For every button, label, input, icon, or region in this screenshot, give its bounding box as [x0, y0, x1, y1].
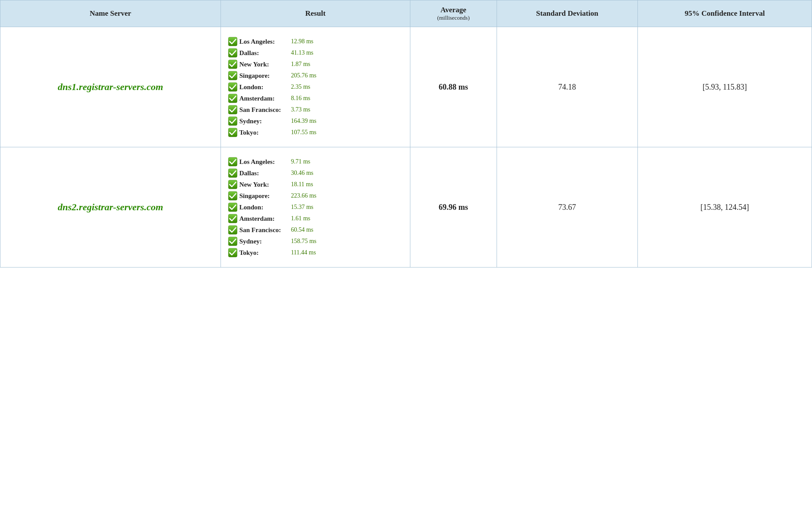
location-ms: 1.87 ms	[291, 61, 310, 68]
ci-cell: [5.93, 115.83]	[638, 27, 812, 147]
checkmark-icon	[228, 248, 238, 257]
checkmark-icon	[228, 48, 238, 58]
location-row: San Francisco:3.73 ms	[228, 105, 403, 115]
location-ms: 164.39 ms	[291, 118, 316, 125]
location-name: Amsterdam:	[239, 215, 287, 223]
location-ms: 3.73 ms	[291, 106, 310, 113]
location-ms: 60.54 ms	[291, 226, 313, 233]
average-cell: 69.96 ms	[410, 147, 497, 268]
location-row: London:2.35 ms	[228, 82, 403, 92]
table-row: dns1.registrar-servers.com Los Angeles:1…	[0, 27, 812, 147]
location-ms: 41.13 ms	[291, 49, 313, 56]
location-name: Sydney:	[239, 238, 287, 245]
checkmark-icon	[228, 236, 238, 246]
location-row: New York:1.87 ms	[228, 59, 403, 69]
checkmark-icon	[228, 191, 238, 201]
location-row: Los Angeles:12.98 ms	[228, 37, 403, 46]
location-ms: 12.98 ms	[291, 38, 313, 45]
location-ms: 18.11 ms	[291, 181, 313, 188]
checkmark-icon	[228, 225, 238, 235]
average-cell: 60.88 ms	[410, 27, 497, 147]
location-row: San Francisco:60.54 ms	[228, 225, 403, 235]
checkmark-icon	[228, 214, 238, 223]
ci-cell: [15.38, 124.54]	[638, 147, 812, 268]
checkmark-icon	[228, 180, 238, 189]
location-name: Singapore:	[239, 72, 287, 80]
location-ms: 205.76 ms	[291, 72, 316, 79]
location-name: Tokyo:	[239, 129, 287, 136]
location-name: Dallas:	[239, 49, 287, 57]
result-cell: Los Angeles:12.98 ms Dallas:41.13 ms New…	[220, 27, 410, 147]
header-ci: 95% Confidence Interval	[638, 0, 812, 27]
location-row: Singapore:205.76 ms	[228, 71, 403, 80]
server-name: dns1.registrar-servers.com	[58, 81, 163, 92]
header-average: Average (milliseconds)	[410, 0, 497, 27]
header-name-server: Name Server	[0, 0, 221, 27]
checkmark-icon	[228, 82, 238, 92]
location-name: San Francisco:	[239, 106, 287, 114]
server-name-cell: dns1.registrar-servers.com	[0, 27, 221, 147]
location-row: New York:18.11 ms	[228, 180, 403, 189]
location-row: Singapore:223.66 ms	[228, 191, 403, 201]
location-row: Amsterdam:1.61 ms	[228, 214, 403, 223]
checkmark-icon	[228, 59, 238, 69]
location-name: London:	[239, 204, 287, 211]
location-row: Tokyo:107.55 ms	[228, 128, 403, 137]
location-name: New York:	[239, 61, 287, 68]
location-ms: 30.46 ms	[291, 170, 313, 177]
location-row: Dallas:30.46 ms	[228, 168, 403, 178]
server-name-cell: dns2.registrar-servers.com	[0, 147, 221, 268]
checkmark-icon	[228, 128, 238, 137]
checkmark-icon	[228, 105, 238, 115]
table-row: dns2.registrar-servers.com Los Angeles:9…	[0, 147, 812, 268]
location-row: London:15.37 ms	[228, 202, 403, 212]
checkmark-icon	[228, 168, 238, 178]
location-ms: 107.55 ms	[291, 129, 316, 136]
checkmark-icon	[228, 37, 238, 46]
location-row: Tokyo:111.44 ms	[228, 248, 403, 257]
location-row: Amsterdam:8.16 ms	[228, 94, 403, 103]
location-name: San Francisco:	[239, 226, 287, 234]
location-ms: 1.61 ms	[291, 215, 310, 222]
location-row: Sydney:164.39 ms	[228, 116, 403, 126]
location-row: Dallas:41.13 ms	[228, 48, 403, 58]
location-name: New York:	[239, 181, 287, 188]
location-ms: 2.35 ms	[291, 83, 310, 90]
location-ms: 158.75 ms	[291, 238, 316, 245]
location-ms: 223.66 ms	[291, 192, 316, 199]
location-ms: 9.71 ms	[291, 158, 310, 165]
checkmark-icon	[228, 116, 238, 126]
location-name: Dallas:	[239, 170, 287, 177]
stddev-cell: 73.67	[497, 147, 637, 268]
result-cell: Los Angeles:9.71 ms Dallas:30.46 ms New …	[220, 147, 410, 268]
checkmark-icon	[228, 202, 238, 212]
location-name: Sydney:	[239, 118, 287, 125]
location-name: Los Angeles:	[239, 158, 287, 166]
location-name: London:	[239, 83, 287, 91]
location-ms: 15.37 ms	[291, 204, 313, 211]
location-row: Los Angeles:9.71 ms	[228, 157, 403, 167]
checkmark-icon	[228, 71, 238, 80]
checkmark-icon	[228, 157, 238, 167]
location-name: Singapore:	[239, 192, 287, 200]
stddev-cell: 74.18	[497, 27, 637, 147]
location-row: Sydney:158.75 ms	[228, 236, 403, 246]
location-name: Tokyo:	[239, 249, 287, 257]
location-ms: 8.16 ms	[291, 95, 310, 102]
location-name: Los Angeles:	[239, 38, 287, 45]
location-ms: 111.44 ms	[291, 249, 316, 256]
header-std-dev: Standard Deviation	[497, 0, 637, 27]
dns-results-table: Name Server Result Average (milliseconds…	[0, 0, 812, 268]
checkmark-icon	[228, 94, 238, 103]
server-name: dns2.registrar-servers.com	[58, 202, 163, 212]
header-result: Result	[220, 0, 410, 27]
location-name: Amsterdam:	[239, 95, 287, 102]
